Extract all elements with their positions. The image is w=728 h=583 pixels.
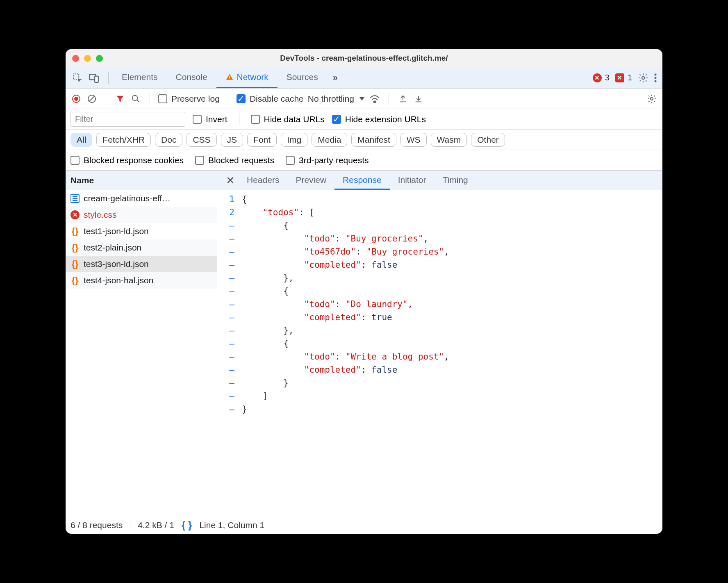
tab-label: Network — [237, 72, 268, 82]
svg-point-8 — [655, 80, 657, 82]
network-toolbar: Preserve log ✓Disable cache No throttlin… — [66, 89, 662, 109]
request-item[interactable]: cream-gelatinous-eff… — [66, 190, 217, 207]
tab-console[interactable]: Console — [167, 67, 216, 88]
svg-line-14 — [137, 100, 139, 102]
response-body[interactable]: 12––––––––––––––– { "todos": [ { "todo":… — [217, 190, 662, 516]
request-name: style.css — [84, 210, 117, 220]
type-filter-fetch-xhr[interactable]: Fetch/XHR — [96, 133, 151, 147]
inspect-element-icon[interactable] — [72, 73, 83, 83]
disable-cache-checkbox[interactable]: ✓Disable cache — [237, 94, 304, 104]
type-filter-row: AllFetch/XHRDocCSSJSFontImgMediaManifest… — [66, 130, 662, 150]
svg-point-16 — [651, 98, 653, 100]
traffic-lights — [72, 55, 103, 62]
main-pane: Name cream-gelatinous-eff…✕style.css{}te… — [66, 171, 662, 516]
detail-tab-preview[interactable]: Preview — [287, 171, 334, 190]
close-detail-button[interactable]: ✕ — [222, 171, 239, 190]
tab-label: Sources — [287, 72, 318, 82]
type-filter-media[interactable]: Media — [312, 133, 347, 147]
svg-point-5 — [642, 76, 645, 79]
svg-line-12 — [89, 96, 94, 101]
warning-icon — [225, 73, 234, 81]
type-filter-img[interactable]: Img — [281, 133, 307, 147]
hide-ext-urls-checkbox[interactable]: ✓Hide extension URLs — [332, 114, 426, 124]
invert-label: Invert — [206, 114, 228, 124]
type-filter-ws[interactable]: WS — [400, 133, 427, 147]
request-name: test1-json-ld.json — [84, 226, 149, 236]
window-minimize-button[interactable] — [84, 55, 91, 62]
error-count-icon[interactable]: ✕ — [593, 73, 602, 82]
filter-icon[interactable] — [114, 93, 126, 105]
download-har-icon[interactable] — [413, 93, 424, 105]
extra-checks-row: Blocked response cookies Blocked request… — [66, 150, 662, 171]
svg-rect-2 — [95, 76, 98, 82]
json-icon: {} — [71, 259, 80, 269]
window-close-button[interactable] — [72, 55, 79, 62]
detail-tab-headers[interactable]: Headers — [239, 171, 287, 190]
network-settings-icon[interactable] — [646, 93, 657, 105]
type-filter-wasm[interactable]: Wasm — [431, 133, 467, 147]
preserve-log-label: Preserve log — [171, 94, 220, 104]
upload-har-icon[interactable] — [397, 93, 409, 105]
third-party-label: 3rd-party requests — [299, 155, 369, 165]
svg-point-10 — [74, 97, 78, 101]
status-bar: 6 / 8 requests 4.2 kB / 1 { } Line 1, Co… — [66, 516, 662, 534]
blocked-requests-label: Blocked requests — [208, 155, 274, 165]
detail-tab-response[interactable]: Response — [334, 171, 390, 190]
type-filter-css[interactable]: CSS — [187, 133, 216, 147]
pretty-print-icon[interactable]: { } — [182, 519, 192, 531]
request-name: test3-json-ld.json — [84, 259, 149, 269]
tab-label: Console — [176, 72, 207, 82]
blocked-cookies-checkbox[interactable]: Blocked response cookies — [71, 155, 184, 165]
tab-elements[interactable]: Elements — [113, 67, 167, 88]
svg-point-6 — [655, 73, 657, 75]
request-item[interactable]: ✕style.css — [66, 207, 217, 223]
issues-count: 1 — [628, 73, 632, 82]
throttling-select[interactable]: No throttling — [308, 94, 365, 104]
request-name: test4-json-hal.json — [84, 276, 153, 285]
request-item[interactable]: {}test2-plain.json — [66, 239, 217, 256]
hide-data-urls-label: Hide data URLs — [264, 114, 325, 124]
error-count: 3 — [605, 73, 610, 82]
blocked-requests-checkbox[interactable]: Blocked requests — [195, 155, 274, 165]
filter-input[interactable] — [71, 112, 185, 127]
titlebar: DevTools - cream-gelatinous-effect.glitc… — [66, 49, 662, 67]
clear-button[interactable] — [86, 93, 98, 105]
tab-sources[interactable]: Sources — [278, 67, 327, 88]
type-filter-doc[interactable]: Doc — [155, 133, 182, 147]
hide-data-urls-checkbox[interactable]: Hide data URLs — [251, 114, 325, 124]
filter-row: Invert Hide data URLs ✓Hide extension UR… — [66, 109, 662, 130]
tab-network[interactable]: Network — [216, 67, 278, 88]
type-filter-font[interactable]: Font — [247, 133, 277, 147]
detail-tab-initiator[interactable]: Initiator — [390, 171, 435, 190]
network-conditions-icon[interactable] — [369, 93, 380, 105]
settings-icon[interactable] — [638, 73, 648, 83]
third-party-checkbox[interactable]: 3rd-party requests — [286, 155, 369, 165]
device-toolbar-icon[interactable] — [89, 73, 99, 83]
type-filter-js[interactable]: JS — [221, 133, 243, 147]
request-item[interactable]: {}test1-json-ld.json — [66, 223, 217, 239]
detail-tab-timing[interactable]: Timing — [435, 171, 476, 190]
chevron-down-icon — [359, 97, 365, 100]
json-icon: {} — [71, 275, 80, 286]
type-filter-other[interactable]: Other — [471, 133, 505, 147]
request-item[interactable]: {}test4-json-hal.json — [66, 272, 217, 289]
request-list: Name cream-gelatinous-eff…✕style.css{}te… — [66, 171, 217, 516]
issues-count-icon[interactable]: ✕ — [615, 73, 624, 82]
throttling-value: No throttling — [308, 94, 354, 104]
request-name: cream-gelatinous-eff… — [84, 194, 171, 203]
search-icon[interactable] — [130, 93, 141, 105]
type-filter-all[interactable]: All — [71, 133, 92, 147]
request-list-header[interactable]: Name — [66, 171, 217, 190]
invert-checkbox[interactable]: Invert — [193, 114, 228, 124]
record-button[interactable] — [71, 93, 82, 105]
more-tabs-button[interactable]: » — [333, 73, 336, 83]
request-item[interactable]: {}test3-json-ld.json — [66, 256, 217, 272]
preserve-log-checkbox[interactable]: Preserve log — [158, 94, 220, 104]
main-tabs: ElementsConsoleNetworkSources » ✕ 3 ✕ 1 — [66, 67, 662, 89]
kebab-menu-icon[interactable] — [654, 73, 657, 83]
window-maximize-button[interactable] — [96, 55, 103, 62]
window-title: DevTools - cream-gelatinous-effect.glitc… — [66, 54, 662, 63]
svg-point-13 — [132, 95, 138, 100]
type-filter-manifest[interactable]: Manifest — [351, 133, 396, 147]
hide-ext-urls-label: Hide extension URLs — [345, 114, 426, 124]
